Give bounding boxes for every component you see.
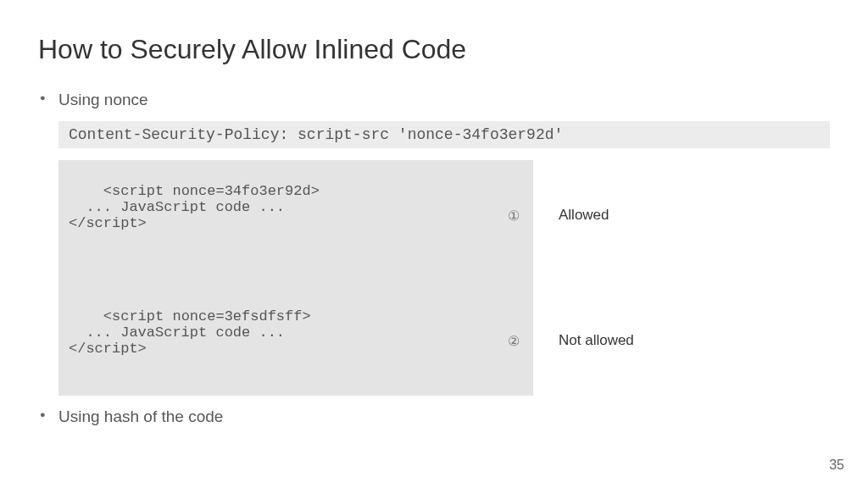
- code-spacer: [58, 270, 533, 286]
- circled-one-icon: ①: [508, 208, 520, 224]
- bullet-item-hash: Using hash of the code: [38, 408, 830, 426]
- script-block-not-allowed: <script nonce=3efsdfsff> ... JavaScript …: [58, 286, 533, 396]
- allowed-label: Allowed: [533, 160, 609, 270]
- bullet-item-nonce: Using nonce: [38, 91, 830, 109]
- script-code-2: <script nonce=3efsdfsff> ... JavaScript …: [69, 308, 311, 357]
- bullet-list: Using nonce: [38, 91, 830, 109]
- slide-title: How to Securely Allow Inlined Code: [38, 34, 830, 65]
- script-code-1: <script nonce=34fo3er92d> ... JavaScript…: [69, 183, 320, 231]
- circled-two-icon: ②: [508, 333, 520, 349]
- bullet-list-2: Using hash of the code: [38, 408, 830, 426]
- not-allowed-label: Not allowed: [533, 286, 634, 396]
- csp-header-code: Content-Security-Policy: script-src 'non…: [58, 121, 830, 148]
- code-example-row-2: <script nonce=3efsdfsff> ... JavaScript …: [58, 286, 830, 396]
- script-block-allowed: <script nonce=34fo3er92d> ... JavaScript…: [58, 160, 533, 270]
- page-number: 35: [829, 458, 844, 473]
- code-example-row-1: <script nonce=34fo3er92d> ... JavaScript…: [58, 160, 830, 270]
